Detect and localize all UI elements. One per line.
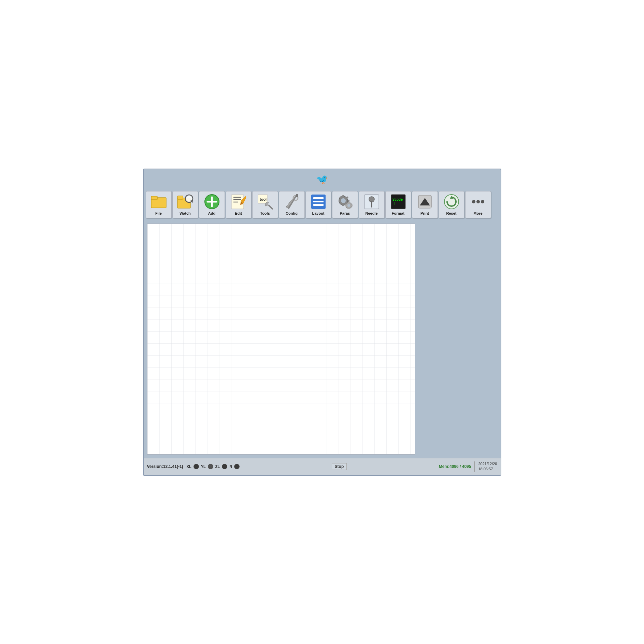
svg-text:tool: tool — [260, 197, 267, 201]
app-window: 🐦 File Wa — [143, 169, 501, 476]
svg-point-52 — [481, 200, 484, 203]
config-label: Config — [286, 211, 298, 215]
watch-button[interactable]: Watch — [172, 191, 198, 218]
main-content — [144, 220, 501, 458]
edit-label: Edit — [235, 211, 242, 215]
svg-line-20 — [289, 195, 297, 208]
format-label: Format — [392, 211, 404, 215]
stop-label: Stop — [332, 463, 347, 470]
edit-button[interactable]: Edit — [226, 191, 252, 218]
paras-button[interactable]: Paras — [332, 191, 358, 218]
svg-rect-3 — [177, 196, 183, 199]
needle-icon — [363, 193, 381, 211]
mem-label: Mem:4096 / 4095 — [439, 464, 471, 469]
r-dot — [234, 464, 240, 469]
file-label: File — [155, 211, 162, 215]
svg-rect-21 — [296, 194, 298, 197]
tools-button[interactable]: tool Tools — [252, 191, 278, 218]
svg-line-18 — [269, 205, 272, 209]
more-button[interactable]: More — [465, 191, 491, 218]
zl-label: ZL — [215, 464, 220, 469]
version-label: Version:12.1.41(-1) — [147, 464, 183, 469]
r-label: R — [229, 464, 232, 469]
reset-button[interactable]: Reset — [439, 191, 464, 218]
reset-label: Reset — [446, 211, 457, 215]
svg-rect-37 — [348, 208, 350, 209]
svg-rect-28 — [342, 195, 344, 197]
top-decoration: 🐦 — [144, 169, 501, 190]
svg-rect-36 — [348, 202, 350, 203]
config-button[interactable]: Config — [279, 191, 305, 218]
add-button[interactable]: Add — [199, 191, 225, 218]
status-bar: Version:12.1.41(-1) XL YL ZL R Stop Mem:… — [144, 458, 501, 475]
watch-label: Watch — [180, 211, 191, 215]
add-icon — [203, 193, 221, 211]
svg-text:!: ! — [394, 202, 396, 205]
yl-label: YL — [201, 464, 206, 469]
tools-icon: tool — [256, 193, 274, 211]
watch-icon — [176, 193, 194, 211]
grid-canvas — [147, 224, 415, 454]
paras-label: Paras — [340, 211, 350, 215]
svg-rect-23 — [313, 197, 324, 199]
svg-rect-39 — [351, 204, 353, 206]
datetime-label: 2021/12/20 18:06:57 — [474, 461, 497, 472]
print-button[interactable]: Print — [412, 191, 438, 218]
side-panel — [419, 224, 497, 455]
needle-label: Needle — [365, 211, 377, 215]
print-label: Print — [420, 211, 429, 215]
time-line: 18:06:57 — [478, 467, 497, 472]
xl-label: XL — [187, 464, 191, 469]
canvas-area[interactable] — [147, 224, 415, 455]
bird-icon: 🐦 — [316, 174, 328, 185]
svg-text:Vcode: Vcode — [392, 198, 403, 201]
svg-rect-53 — [147, 224, 415, 454]
svg-rect-1 — [151, 196, 157, 200]
edit-icon — [230, 193, 247, 211]
svg-rect-30 — [339, 200, 340, 202]
layout-button[interactable]: Layout — [305, 191, 331, 218]
layout-label: Layout — [312, 211, 324, 215]
toolbar: File Watch — [144, 190, 501, 220]
format-button[interactable]: Vcode ! Format — [385, 191, 411, 218]
tools-label: Tools — [260, 211, 270, 215]
folder-icon — [150, 193, 168, 211]
format-icon: Vcode ! — [389, 193, 407, 211]
xl-dot — [194, 464, 199, 469]
svg-rect-38 — [345, 204, 346, 206]
svg-point-50 — [472, 200, 475, 203]
svg-rect-43 — [391, 195, 405, 209]
layout-icon — [310, 193, 327, 211]
config-icon — [283, 193, 301, 211]
more-label: More — [473, 211, 482, 215]
yl-dot — [208, 464, 213, 469]
svg-rect-24 — [313, 201, 324, 202]
zl-dot — [222, 464, 227, 469]
reset-icon — [443, 193, 460, 211]
status-indicators: XL YL ZL R — [187, 464, 240, 469]
needle-button[interactable]: Needle — [359, 191, 385, 218]
date-line: 2021/12/20 — [478, 461, 497, 467]
svg-point-35 — [347, 204, 350, 207]
svg-rect-42 — [371, 201, 372, 207]
svg-point-27 — [341, 198, 346, 203]
more-icon — [469, 193, 487, 211]
svg-rect-31 — [348, 200, 349, 202]
svg-rect-29 — [342, 204, 344, 206]
add-label: Add — [208, 211, 215, 215]
print-icon — [416, 193, 434, 211]
svg-point-41 — [369, 197, 374, 202]
svg-rect-25 — [313, 204, 324, 206]
paras-icon — [336, 193, 354, 211]
file-button[interactable]: File — [146, 191, 172, 218]
svg-point-51 — [476, 200, 480, 203]
